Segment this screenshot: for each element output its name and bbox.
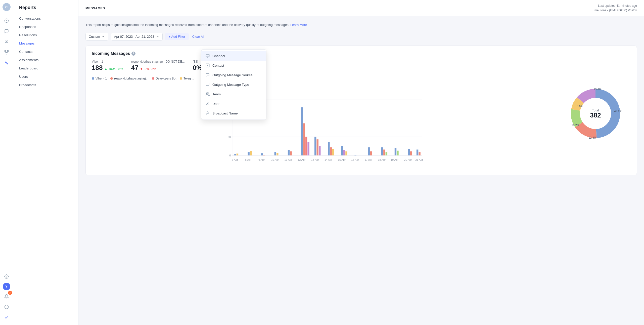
nav-home-icon[interactable] bbox=[2, 16, 11, 25]
svg-text:13 Apr: 13 Apr bbox=[311, 158, 319, 161]
svg-text:49.2%: 49.2% bbox=[614, 110, 622, 113]
dropdown-item-user[interactable]: User bbox=[201, 99, 266, 108]
svg-text:21 Apr: 21 Apr bbox=[415, 158, 423, 161]
metric-viber: Viber - 1 188 ▲ 1005.88% bbox=[92, 60, 123, 72]
svg-point-85 bbox=[206, 93, 208, 94]
sidebar-item-users[interactable]: Users bbox=[13, 72, 78, 81]
svg-rect-23 bbox=[263, 155, 265, 155]
svg-text:10 Apr: 10 Apr bbox=[271, 158, 279, 161]
metric-respond-change: ▼ -78.83% bbox=[140, 67, 156, 71]
svg-text:12 Apr: 12 Apr bbox=[298, 158, 306, 161]
page-title: MESSAGES bbox=[85, 6, 105, 10]
sidebar-item-conversations[interactable]: Conversations bbox=[13, 14, 78, 23]
svg-text:8.6%: 8.6% bbox=[577, 105, 583, 108]
sidebar-item-assignments[interactable]: Assignments bbox=[13, 56, 78, 64]
top-bar: MESSAGES Last updated 41 minutes ago Tim… bbox=[78, 0, 644, 16]
nav-checkmark-icon[interactable] bbox=[2, 313, 11, 322]
svg-text:382: 382 bbox=[590, 111, 601, 119]
svg-text:30: 30 bbox=[227, 135, 231, 138]
metric-33-value: 0% bbox=[193, 64, 202, 72]
svg-rect-22 bbox=[261, 153, 263, 155]
sidebar-item-messages[interactable]: Messages bbox=[13, 39, 78, 48]
svg-text:16 Apr: 16 Apr bbox=[351, 158, 359, 161]
svg-rect-3 bbox=[7, 51, 9, 52]
legend-dot-respond bbox=[110, 77, 113, 80]
dropdown-item-broadcast-name[interactable]: Broadcast Name bbox=[201, 108, 266, 118]
metric-viber-change: ▲ 1005.88% bbox=[104, 67, 123, 71]
nav-chat-icon[interactable] bbox=[2, 27, 11, 36]
dropdown-label-team: Team bbox=[212, 92, 221, 96]
metric-viber-value: 188 ▲ 1005.88% bbox=[92, 64, 123, 72]
app-logo[interactable]: C bbox=[3, 3, 11, 11]
svg-rect-27 bbox=[290, 151, 292, 155]
svg-point-5 bbox=[6, 276, 7, 277]
svg-rect-44 bbox=[381, 147, 383, 155]
chevron-down-icon-date bbox=[156, 35, 159, 38]
dropdown-item-team[interactable]: Team bbox=[201, 89, 266, 99]
svg-rect-52 bbox=[419, 152, 420, 155]
notification-bell-icon[interactable]: 3 bbox=[2, 292, 11, 301]
metric-33: (33) 0% bbox=[193, 60, 202, 72]
svg-rect-19 bbox=[237, 153, 238, 155]
svg-text:19 Apr: 19 Apr bbox=[391, 158, 398, 161]
card-header: Incoming Messages i bbox=[92, 51, 631, 56]
date-range-dropdown[interactable]: Apr 07, 2023 - Apr 21, 2023 bbox=[111, 33, 163, 40]
svg-rect-2 bbox=[5, 51, 6, 52]
dropdown-label-broadcast-name: Broadcast Name bbox=[212, 111, 238, 115]
dropdown-item-outgoing-type[interactable]: Outgoing Message Type bbox=[201, 80, 266, 89]
info-icon[interactable]: i bbox=[131, 52, 135, 56]
chevron-down-icon bbox=[102, 35, 105, 38]
period-dropdown[interactable]: Custom bbox=[85, 33, 108, 40]
icon-bar: C Y 3 bbox=[0, 0, 13, 325]
chart-donut-row: 0 30 60 90 120 bbox=[92, 83, 631, 170]
svg-rect-41 bbox=[354, 155, 356, 155]
sidebar-item-broadcasts[interactable]: Broadcasts bbox=[13, 81, 78, 89]
svg-text:12.3%: 12.3% bbox=[588, 136, 596, 139]
dropdown-label-contact: Contact bbox=[212, 64, 224, 67]
donut-chart-container: ⋮ bbox=[560, 83, 631, 144]
svg-text:8 Apr: 8 Apr bbox=[245, 158, 251, 161]
filter-dropdown-menu: Channel Contact Outgoing Message Source … bbox=[201, 49, 266, 120]
dropdown-item-contact[interactable]: Contact bbox=[201, 61, 266, 70]
metric-respond: respond.io(bsp-staging) - DO NOT DE... 4… bbox=[131, 60, 185, 72]
svg-rect-37 bbox=[332, 149, 334, 155]
metrics-row: Viber - 1 188 ▲ 1005.88% respond.io(bsp-… bbox=[92, 60, 631, 72]
svg-rect-48 bbox=[397, 151, 398, 155]
dropdown-item-channel[interactable]: Channel bbox=[201, 51, 266, 61]
nav-settings-icon[interactable] bbox=[2, 272, 11, 281]
svg-rect-38 bbox=[341, 146, 343, 155]
sidebar-item-responses[interactable]: Responses bbox=[13, 23, 78, 31]
learn-more-link[interactable]: Learn More bbox=[290, 23, 307, 27]
nav-help-icon[interactable] bbox=[2, 302, 11, 311]
more-options-icon[interactable]: ⋮ bbox=[622, 89, 626, 94]
svg-rect-45 bbox=[383, 149, 385, 155]
sidebar-title: Reports bbox=[13, 4, 78, 14]
nav-reports-icon[interactable] bbox=[2, 58, 11, 67]
svg-rect-81 bbox=[206, 54, 209, 57]
nav-contacts-icon[interactable] bbox=[2, 37, 11, 46]
dropdown-item-outgoing-source[interactable]: Outgoing Message Source bbox=[201, 70, 266, 80]
nav-network-icon[interactable] bbox=[2, 48, 11, 57]
sidebar-item-resolutions[interactable]: Resolutions bbox=[13, 31, 78, 39]
top-bar-info: Last updated 41 minutes ago Time Zone - … bbox=[592, 4, 637, 13]
svg-rect-31 bbox=[307, 142, 309, 155]
metric-respond-value: 47 ▼ -78.83% bbox=[131, 64, 185, 72]
user-icon bbox=[205, 101, 210, 106]
dropdown-label-channel: Channel bbox=[212, 54, 225, 58]
sidebar-item-leaderboard[interactable]: Leaderboard bbox=[13, 64, 78, 72]
clear-all-button[interactable]: Clear All bbox=[191, 33, 205, 40]
sidebar-item-contacts[interactable]: Contacts bbox=[13, 48, 78, 56]
filter-row: Custom Apr 07, 2023 - Apr 21, 2023 + Add… bbox=[85, 33, 637, 40]
legend-devbot: Developers Bot bbox=[152, 77, 176, 80]
message-type-icon bbox=[205, 82, 210, 87]
content-area: This report helps to gain insights into … bbox=[78, 16, 644, 181]
bar-chart-container: 0 30 60 90 120 bbox=[92, 83, 554, 170]
description-text: This report helps to gain insights into … bbox=[85, 22, 637, 28]
add-filter-button[interactable]: + Add Filter bbox=[165, 33, 189, 40]
user-avatar[interactable]: Y bbox=[3, 283, 10, 290]
legend-row: Viber - 1 respond.io(bsp-staging)... Dev… bbox=[92, 77, 631, 80]
svg-rect-49 bbox=[408, 149, 410, 155]
svg-text:0: 0 bbox=[229, 154, 231, 157]
svg-rect-47 bbox=[395, 148, 396, 155]
metric-viber-label: Viber - 1 bbox=[92, 60, 123, 63]
